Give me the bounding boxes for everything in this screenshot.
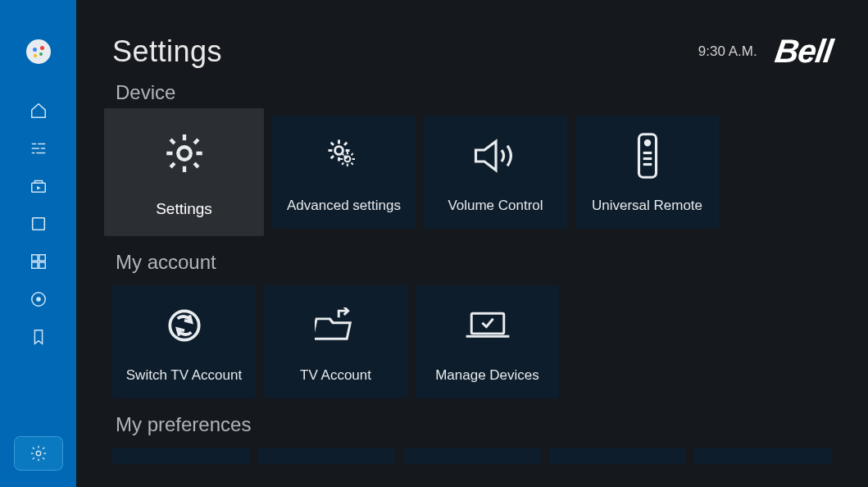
pref-tile[interactable] xyxy=(694,448,832,464)
section-device-title: Device xyxy=(116,81,832,104)
brand-logo: Bell xyxy=(772,33,834,70)
header: Settings 9:30 A.M. Bell xyxy=(112,33,832,70)
home-icon[interactable] xyxy=(29,101,48,121)
svg-point-20 xyxy=(344,156,350,162)
header-right: 9:30 A.M. Bell xyxy=(698,33,832,70)
tile-advanced-settings[interactable]: Advanced settings xyxy=(272,116,416,229)
refresh-icon xyxy=(164,285,205,353)
sidebar xyxy=(0,0,76,487)
tile-tv-account[interactable]: TV Account xyxy=(264,285,407,398)
clock: 9:30 A.M. xyxy=(698,43,757,60)
tile-label: Advanced settings xyxy=(287,198,401,214)
assistant-icon[interactable] xyxy=(26,39,51,64)
volume-icon xyxy=(473,116,519,183)
tile-switch-tv-account[interactable]: Switch TV Account xyxy=(112,285,256,398)
tile-settings[interactable]: Settings xyxy=(104,108,264,236)
preferences-tile-row xyxy=(112,448,832,464)
tile-label: Volume Control xyxy=(448,198,543,214)
sidebar-settings-button[interactable] xyxy=(14,436,63,471)
tile-label: TV Account xyxy=(300,367,371,384)
remote-icon xyxy=(635,116,660,183)
svg-rect-11 xyxy=(31,255,37,261)
svg-point-17 xyxy=(36,451,41,456)
folder-arrow-icon xyxy=(315,285,357,353)
device-tile-row: Settings Advanced settings Volume Contro… xyxy=(112,116,832,236)
live-icon[interactable] xyxy=(29,289,48,309)
svg-rect-14 xyxy=(39,262,44,268)
laptop-check-icon xyxy=(465,285,511,353)
page-title: Settings xyxy=(112,34,222,69)
pref-tile[interactable] xyxy=(403,448,541,464)
pref-tile[interactable] xyxy=(112,448,250,464)
tile-label: Manage Devices xyxy=(435,367,539,384)
svg-point-19 xyxy=(334,147,343,155)
tile-label: Universal Remote xyxy=(592,198,702,214)
assistant-dots-icon xyxy=(33,46,44,57)
pref-tile[interactable] xyxy=(258,448,396,464)
recordings-icon[interactable] xyxy=(29,214,48,234)
bookmark-icon[interactable] xyxy=(29,327,48,347)
tile-manage-devices[interactable]: Manage Devices xyxy=(416,285,559,398)
svg-marker-21 xyxy=(475,142,496,171)
svg-point-18 xyxy=(178,147,190,159)
svg-point-16 xyxy=(36,297,41,302)
tile-universal-remote[interactable]: Universal Remote xyxy=(575,116,719,229)
svg-rect-12 xyxy=(39,255,44,261)
account-tile-row: Switch TV Account TV Account Manage Devi… xyxy=(112,285,832,398)
section-account-title: My account xyxy=(116,251,832,274)
section-preferences-title: My preferences xyxy=(116,413,832,436)
svg-point-23 xyxy=(645,141,649,145)
gears-icon xyxy=(323,116,366,183)
guide-icon[interactable] xyxy=(29,139,48,158)
ondemand-icon[interactable] xyxy=(29,176,48,196)
pref-tile[interactable] xyxy=(549,448,687,464)
apps-icon[interactable] xyxy=(29,252,48,271)
svg-marker-7 xyxy=(37,186,41,190)
main-content: Settings 9:30 A.M. Bell Device Settings … xyxy=(76,0,868,487)
gear-icon xyxy=(161,108,208,185)
tile-volume-control[interactable]: Volume Control xyxy=(424,116,567,229)
tile-label: Settings xyxy=(156,200,212,218)
tile-label: Switch TV Account xyxy=(126,367,242,384)
svg-rect-13 xyxy=(31,262,37,268)
svg-rect-8 xyxy=(32,218,44,230)
